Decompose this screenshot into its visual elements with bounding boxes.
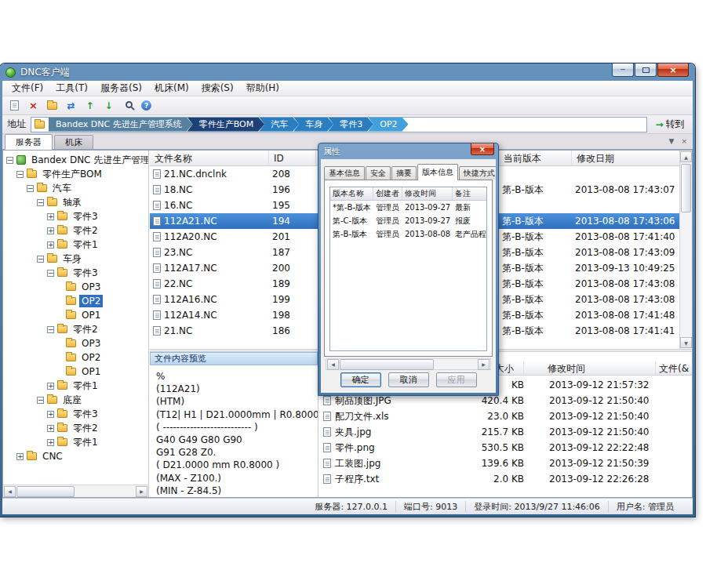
list-item[interactable]: 配刀文件.xls23.0 KB2013-09-12 21:50:40 — [318, 408, 692, 424]
tree-item-14[interactable]: OP2 — [3, 350, 148, 365]
dialog-tab-3[interactable]: 版本信息 — [417, 164, 458, 180]
tree-item-8[interactable]: −零件3 — [3, 266, 148, 280]
column-header-filename[interactable]: 文件名称 — [150, 151, 269, 166]
collapse-icon[interactable]: − — [37, 397, 44, 404]
cancel-button[interactable]: 取消 — [388, 372, 429, 387]
view-tab-1[interactable]: 机床 — [54, 135, 93, 149]
close-pane-icon[interactable]: × — [681, 137, 687, 145]
scroll-left-icon[interactable]: ◀ — [327, 359, 339, 370]
tree-item-15[interactable]: OP1 — [3, 365, 148, 379]
tree-item-21[interactable]: +CNC — [3, 449, 148, 463]
table-row[interactable]: 第-B-版本管理员2013-08-08 17:老产品程序 — [330, 227, 486, 241]
tree-item-16[interactable]: +零件1 — [3, 379, 148, 393]
breadcrumb-item-3[interactable]: 车身 — [293, 118, 333, 132]
upload-button[interactable]: ↑ — [82, 97, 98, 114]
tree-item-2[interactable]: −汽车 — [3, 181, 148, 195]
scrollbar-thumb[interactable] — [16, 486, 75, 497]
dialog-tab-1[interactable]: 安全 — [366, 166, 391, 180]
scroll-down-icon[interactable]: ▼ — [680, 337, 692, 348]
address-box[interactable]: Bandex DNC 先进生产管理系统零件生产BOM汽车车身零件3OP2 — [31, 117, 647, 132]
breadcrumb-item-0[interactable]: Bandex DNC 先进生产管理系统 — [49, 118, 193, 132]
scroll-right-icon[interactable]: ▶ — [478, 359, 489, 370]
dialog-tab-0[interactable]: 基本信息 — [324, 166, 365, 180]
open-folder-button[interactable] — [44, 97, 60, 114]
menu-item-5[interactable]: 帮助(H) — [240, 80, 286, 96]
tree-item-20[interactable]: +零件1 — [3, 435, 148, 449]
collapse-icon[interactable]: − — [47, 326, 54, 333]
menu-item-0[interactable]: 文件(F) — [5, 80, 49, 96]
tree-item-3[interactable]: −轴承 — [3, 195, 148, 209]
tree-item-4[interactable]: +零件3 — [3, 209, 148, 223]
apply-button[interactable]: 应用 — [436, 372, 477, 387]
expand-icon[interactable]: + — [16, 453, 24, 460]
file-list-vertical-scrollbar[interactable]: ▲ ▼ — [679, 151, 692, 349]
version-column-header-1[interactable]: 创建者 — [373, 187, 402, 200]
close-button[interactable]: × — [657, 64, 689, 77]
tree-item-6[interactable]: +零件1 — [3, 238, 148, 252]
menu-item-1[interactable]: 工具(T) — [49, 80, 94, 96]
collapse-icon[interactable]: − — [37, 256, 44, 263]
menu-item-3[interactable]: 机床(M) — [148, 80, 195, 96]
expand-icon[interactable]: + — [47, 425, 54, 432]
version-column-header-2[interactable]: 修改时间 — [402, 187, 453, 200]
scrollbar-thumb[interactable] — [340, 359, 434, 370]
title-bar[interactable]: DNC客户端 — [0, 64, 695, 81]
menu-item-4[interactable]: 搜索(S) — [195, 80, 240, 96]
ok-button[interactable]: 确定 — [340, 372, 381, 387]
column-header-file[interactable]: 文件(& — [656, 361, 692, 376]
tree-item-7[interactable]: −车身 — [3, 252, 148, 266]
tree-horizontal-scrollbar[interactable]: ◀ ▶ — [3, 485, 148, 497]
collapse-icon[interactable]: − — [37, 199, 44, 206]
collapse-icon[interactable]: − — [6, 157, 13, 164]
expand-icon[interactable]: + — [47, 411, 54, 418]
list-item[interactable]: 零件.png530.5 KB2013-09-12 22:22:48 — [318, 440, 692, 456]
collapse-icon[interactable]: − — [16, 171, 24, 178]
expand-icon[interactable]: + — [47, 241, 54, 249]
help-button[interactable]: ? — [138, 97, 155, 114]
table-row[interactable]: 第-C-版本管理员2013-09-27 14:报废 — [330, 214, 486, 227]
tree-item-10[interactable]: OP2 — [3, 294, 148, 308]
view-tab-0[interactable]: 服务器 — [5, 134, 53, 150]
delete-button[interactable]: × — [25, 97, 42, 114]
collapse-icon[interactable]: − — [47, 270, 54, 277]
dnc-transfer-button[interactable]: ⇄ — [63, 97, 79, 114]
menu-item-2[interactable]: 服务器(S) — [94, 80, 148, 96]
expand-icon[interactable]: + — [47, 439, 54, 446]
dialog-horizontal-scrollbar[interactable]: ◀ ▶ — [326, 358, 491, 370]
tree-item-19[interactable]: +零件2 — [3, 421, 148, 435]
list-item[interactable]: 夹具.jpg215.7 KB2013-09-12 21:50:40 — [318, 424, 692, 440]
scroll-left-icon[interactable]: ◀ — [4, 486, 16, 497]
tree-item-18[interactable]: +零件3 — [3, 407, 148, 421]
minimize-button[interactable]: ─ — [612, 64, 634, 77]
expand-icon[interactable]: + — [47, 383, 54, 390]
column-header-moddate[interactable]: 修改日期 — [572, 151, 679, 166]
tree-item-1[interactable]: −零件生产BOM — [3, 167, 148, 181]
tree-item-5[interactable]: +零件2 — [3, 223, 148, 238]
dialog-close-button[interactable]: × — [471, 143, 494, 155]
breadcrumb-item-4[interactable]: 零件3 — [328, 118, 373, 132]
column-header-version[interactable]: 当前版本 — [499, 151, 572, 166]
breadcrumb-item-1[interactable]: 零件生产BOM — [187, 118, 265, 132]
collapse-icon[interactable]: − — [27, 185, 34, 192]
new-file-button[interactable] — [6, 97, 23, 114]
column-header-id[interactable]: ID — [269, 151, 316, 166]
list-item[interactable]: 子程序.txt2.0 KB2013-09-12 22:26:28 — [318, 471, 692, 487]
tree-item-13[interactable]: OP3 — [3, 336, 148, 350]
scrollbar-thumb[interactable] — [681, 164, 691, 212]
go-button[interactable]: → 转到 — [652, 117, 688, 132]
breadcrumb-item-5[interactable]: OP2 — [368, 118, 408, 132]
scroll-up-icon[interactable]: ▲ — [680, 151, 692, 162]
download-button[interactable]: ↓ — [100, 97, 117, 114]
version-column-header-3[interactable]: 备注 — [453, 187, 487, 200]
expand-icon[interactable]: + — [47, 227, 54, 234]
breadcrumb-item-2[interactable]: 汽车 — [259, 118, 299, 132]
tree-item-0[interactable]: −Bandex DNC 先进生产管理系统 — [3, 153, 148, 167]
search-button[interactable] — [119, 97, 136, 114]
dialog-tab-4[interactable]: 快捷方式 — [459, 166, 496, 180]
expand-icon[interactable]: + — [47, 213, 54, 220]
column-header-attach-date[interactable]: 修改时间 — [524, 361, 656, 376]
tree-item-17[interactable]: −底座 — [3, 393, 148, 407]
version-column-header-0[interactable]: 版本名称 — [330, 187, 373, 200]
tree-item-12[interactable]: −零件2 — [3, 322, 148, 336]
scroll-right-icon[interactable]: ▶ — [136, 486, 147, 497]
